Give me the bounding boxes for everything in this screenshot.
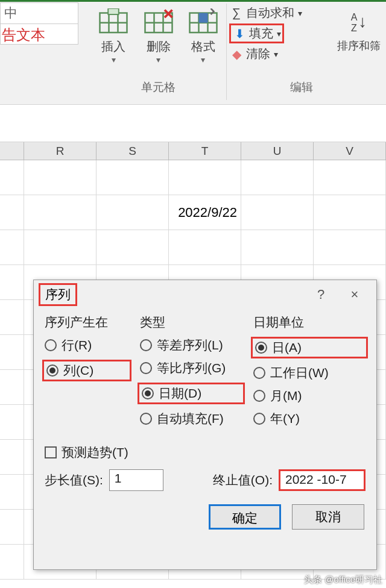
format-label: 格式 bbox=[182, 39, 224, 55]
svg-rect-4 bbox=[108, 8, 119, 14]
radio-year[interactable]: 年(Y) bbox=[253, 410, 365, 427]
clear-button[interactable]: ◆ 清除 ▾ bbox=[229, 45, 320, 63]
sigma-icon: ∑ bbox=[229, 6, 244, 20]
step-input[interactable]: 1 bbox=[109, 469, 163, 491]
cell-date[interactable]: 2022/9/22 bbox=[169, 195, 241, 230]
group-label-cells: 单元格 bbox=[90, 80, 226, 95]
section-title: 日期单位 bbox=[253, 314, 365, 331]
chevron-down-icon: ▾ bbox=[277, 29, 281, 39]
dialog-body: 序列产生在 行(R) 列(C) 类型 等差序列(L) 等比序列(G) 日期(D)… bbox=[34, 309, 376, 496]
cancel-button[interactable]: 取消 bbox=[292, 504, 364, 530]
col-header[interactable]: V bbox=[314, 142, 386, 160]
radio-weekday[interactable]: 工作日(W) bbox=[253, 364, 365, 381]
sort-icon: AZ↓ bbox=[344, 8, 374, 36]
col-header[interactable]: S bbox=[96, 142, 169, 160]
format-cells-icon bbox=[188, 8, 218, 36]
radio-month[interactable]: 月(M) bbox=[253, 387, 365, 404]
insert-button[interactable]: 插入 ▾ bbox=[92, 4, 134, 64]
ribbon-group-cells: 插入 ▾ 删除 ▾ 格式 ▾ 单元格 bbox=[90, 4, 227, 100]
chevron-down-icon: ▾ bbox=[92, 55, 134, 64]
ribbon: 中 告文本 插入 ▾ 删除 ▾ 格式 ▾ 单元格 ∑ bbox=[0, 0, 386, 105]
section-title: 类型 bbox=[140, 314, 242, 331]
name-box-area: 中 告文本 bbox=[0, 2, 78, 45]
namebox-text1: 中 bbox=[1, 3, 78, 24]
autosum-button[interactable]: ∑ 自动求和 ▾ bbox=[229, 4, 320, 22]
fill-label: 填充 bbox=[249, 25, 273, 42]
formula-bar-area bbox=[0, 105, 386, 142]
inputs-row: 步长值(S): 1 终止值(O): 2022 -10-7 bbox=[45, 469, 365, 491]
col-header[interactable]: R bbox=[24, 142, 96, 160]
delete-label: 删除 bbox=[138, 39, 180, 55]
fill-down-icon: ⬇ bbox=[232, 27, 247, 41]
insert-label: 插入 bbox=[92, 39, 134, 55]
col-header[interactable]: U bbox=[241, 142, 314, 160]
ok-button[interactable]: 确定 bbox=[209, 504, 281, 530]
section-series-in: 序列产生在 行(R) 列(C) bbox=[45, 314, 129, 433]
radio-growth[interactable]: 等比序列(G) bbox=[140, 360, 242, 377]
stop-label: 终止值(O): bbox=[213, 472, 273, 489]
radio-day[interactable]: 日(A) bbox=[251, 337, 368, 358]
ribbon-group-sort: AZ↓ 排序和筛 bbox=[332, 4, 386, 100]
column-headers: R S T U V bbox=[0, 142, 386, 160]
chevron-down-icon: ▾ bbox=[274, 49, 278, 59]
ribbon-group-edit: ∑ 自动求和 ▾ ⬇ 填充 ▾ ◆ 清除 ▾ 编辑 bbox=[229, 4, 320, 100]
section-type: 类型 等差序列(L) 等比序列(G) 日期(D) 自动填充(F) bbox=[140, 314, 242, 433]
series-dialog: 序列 ? × 序列产生在 行(R) 列(C) 类型 等差序列(L) 等比序列(G… bbox=[33, 280, 377, 570]
section-date-unit: 日期单位 日(A) 工作日(W) 月(M) 年(Y) bbox=[253, 314, 365, 433]
watermark: 头条 @office研习社 bbox=[304, 574, 382, 586]
radio-rows[interactable]: 行(R) bbox=[45, 337, 129, 354]
svg-rect-13 bbox=[198, 13, 207, 23]
close-button[interactable]: × bbox=[338, 287, 372, 302]
namebox-text2: 告文本 bbox=[1, 24, 78, 46]
dialog-titlebar[interactable]: 序列 ? × bbox=[34, 280, 376, 309]
fill-button[interactable]: ⬇ 填充 ▾ bbox=[229, 22, 320, 45]
dialog-title: 序列 bbox=[39, 283, 77, 306]
eraser-icon: ◆ bbox=[229, 47, 244, 61]
sort-filter-button[interactable]: AZ↓ 排序和筛 bbox=[332, 4, 386, 53]
chevron-down-icon: ▾ bbox=[182, 55, 224, 64]
stop-input[interactable]: 2022 -10-7 bbox=[279, 469, 365, 491]
col-header[interactable]: T bbox=[169, 142, 241, 160]
section-title: 序列产生在 bbox=[45, 314, 129, 331]
sort-label: 排序和筛 bbox=[332, 39, 386, 53]
radio-autofill[interactable]: 自动填充(F) bbox=[140, 410, 242, 427]
help-button[interactable]: ? bbox=[304, 287, 338, 302]
checkbox-trend[interactable]: 预测趋势(T) bbox=[45, 444, 365, 461]
autosum-label: 自动求和 bbox=[246, 5, 294, 21]
radio-columns[interactable]: 列(C) bbox=[42, 360, 131, 381]
insert-cells-icon bbox=[98, 8, 128, 36]
col-header-blank bbox=[0, 142, 24, 160]
chevron-down-icon: ▾ bbox=[138, 55, 180, 64]
step-label: 步长值(S): bbox=[45, 472, 103, 489]
radio-date[interactable]: 日期(D) bbox=[138, 383, 245, 404]
format-button[interactable]: 格式 ▾ bbox=[182, 4, 224, 64]
clear-label: 清除 bbox=[246, 46, 270, 62]
radio-linear[interactable]: 等差序列(L) bbox=[140, 337, 242, 354]
delete-button[interactable]: 删除 ▾ bbox=[138, 4, 180, 64]
chevron-down-icon: ▾ bbox=[298, 8, 302, 18]
delete-cells-icon bbox=[144, 8, 174, 36]
dialog-buttons: 确定 取消 bbox=[34, 496, 376, 538]
